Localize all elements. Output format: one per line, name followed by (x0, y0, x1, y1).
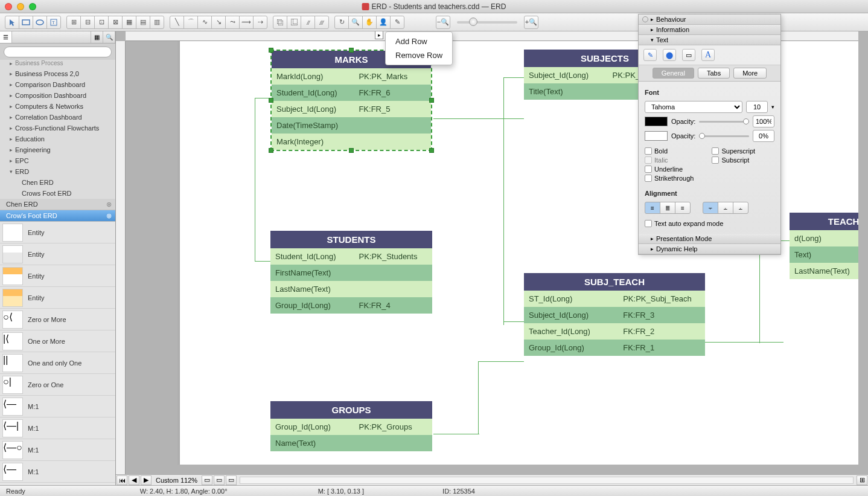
tree-item[interactable]: ▸Correlation Dashboard (0, 112, 115, 123)
text-box-icon[interactable]: ▭ (682, 49, 695, 61)
first-page-button[interactable]: ⏮ (116, 475, 127, 485)
tree-item[interactable]: ▸Comparison Dashboard (0, 79, 115, 90)
valign-mid[interactable]: ⫠ (718, 202, 733, 214)
font-a-icon[interactable]: A (701, 49, 715, 61)
minimize-window-button[interactable] (17, 3, 24, 10)
erd-table-groups[interactable]: GROUPS Group_Id(Long)PK:PK_Groups Name(T… (270, 401, 432, 451)
text-opacity-slider[interactable] (699, 121, 749, 123)
palette-entity-1[interactable]: Entity (0, 222, 115, 243)
font-name-select[interactable]: Tahoma (645, 101, 742, 113)
next-page-button[interactable]: ▶ (141, 475, 152, 485)
align-tool[interactable]: ⫽ (301, 16, 315, 29)
align-center[interactable]: ≣ (660, 202, 675, 214)
distribute-tool[interactable]: ⫻ (314, 16, 329, 29)
palette-m1-d[interactable]: ⟨—M:1 (0, 461, 115, 483)
connector-tool-2[interactable]: ⤳ (225, 16, 240, 29)
sidebar-search-input[interactable] (4, 47, 112, 57)
palette-m1-a[interactable]: ⟨—M:1 (0, 396, 115, 417)
props-presentation-mode[interactable]: ▸Presentation Mode (639, 234, 780, 244)
tree-item[interactable]: ▸Computers & Networks (0, 101, 115, 112)
tree-item-chen-erd[interactable]: Chen ERD (0, 177, 115, 188)
palette-entity-2[interactable]: Entity (0, 243, 115, 265)
close-icon[interactable]: ⊗ (106, 201, 112, 208)
tree-tool-6[interactable]: ▤ (136, 16, 150, 29)
erd-table-subj-teach[interactable]: SUBJ_TEACH ST_Id(Long)PK:PK_Subj_Teach S… (524, 273, 705, 356)
prev-page-button[interactable]: ◀ (129, 475, 139, 485)
valign-top[interactable]: ⫟ (703, 202, 718, 214)
tree-item[interactable]: ▸Engineering (0, 144, 115, 155)
align-left[interactable]: ≡ (645, 202, 660, 214)
props-section-information[interactable]: ▸Information (639, 25, 780, 35)
zoom-slider[interactable] (457, 21, 517, 24)
tree-tool-5[interactable]: ▦ (122, 16, 136, 29)
text-bg-opacity-slider[interactable] (699, 135, 749, 137)
tree-tool-7[interactable]: ▥ (150, 16, 164, 29)
zoom-window-button[interactable] (29, 3, 36, 10)
chk-strike[interactable] (645, 175, 652, 182)
pointer-tool[interactable] (5, 16, 19, 29)
palette-one-only[interactable]: ||One and only One (0, 352, 115, 374)
menu-remove-row[interactable]: Remove Row (386, 48, 452, 62)
erd-table-teachers[interactable]: TEACHERS d(Long)PK:PK_Te Text) LastName(… (790, 213, 858, 279)
props-section-behaviour[interactable]: ▸Behaviour (639, 14, 780, 25)
menu-add-row[interactable]: Add Row (386, 34, 452, 48)
layer-2-button[interactable]: ▭ (214, 475, 225, 485)
tree-item[interactable]: ▸EPC (0, 155, 115, 166)
chk-auto-expand[interactable] (645, 220, 652, 227)
zoom-out-button[interactable]: −🔍 (436, 16, 450, 29)
props-dynamic-help[interactable]: ▸Dynamic Help (639, 244, 780, 254)
text-bg-opacity-value[interactable] (753, 130, 774, 142)
text-pen-icon[interactable]: ✎ (643, 49, 657, 61)
palette-zero-more[interactable]: ○⟨Zero or More (0, 309, 115, 330)
close-icon[interactable]: ⊗ (106, 212, 112, 220)
connector-tool-3[interactable]: ⟿ (239, 16, 254, 29)
tree-item-truncated[interactable]: ▸Business Process (0, 60, 115, 68)
tree-tool-2[interactable]: ⊟ (80, 16, 95, 29)
library-tree[interactable]: ▸Business Process ▸Business Process 2,0 … (0, 60, 115, 222)
scroll-end-button[interactable]: ⊞ (857, 475, 867, 485)
group-tool[interactable]: ⿻ (273, 16, 287, 29)
zoom-level[interactable]: Custom 112% (152, 477, 201, 484)
connector-tool-4[interactable]: ⇢ (253, 16, 267, 29)
palette-entity-4[interactable]: Entity (0, 287, 115, 309)
text-bg-swatch[interactable] (645, 131, 668, 141)
connector-tool-1[interactable]: ↘ (211, 16, 226, 29)
zoom-tool[interactable]: 🔍 (348, 16, 363, 29)
props-tab-more[interactable]: More (733, 68, 767, 79)
smart-tag-icon[interactable]: ▸ (375, 31, 383, 39)
ungroup-tool[interactable]: ⿺ (287, 16, 301, 29)
sidebar-tab-grid-icon[interactable]: ▦ (91, 31, 103, 43)
close-window-button[interactable] (5, 3, 12, 10)
tree-item[interactable]: ▸Business Process 2,0 (0, 68, 115, 79)
sidebar-tab-search-icon[interactable]: 🔍 (103, 31, 115, 43)
palette-entity-3[interactable]: Entity (0, 265, 115, 287)
tree-item[interactable]: ▸Education (0, 134, 115, 144)
sidebar-tab-libraries[interactable]: ☰ (0, 31, 12, 43)
eyedropper-tool[interactable]: ✎ (390, 16, 404, 29)
chk-sub[interactable] (712, 156, 719, 164)
chk-italic[interactable] (645, 156, 652, 164)
layer-3-button[interactable]: ▭ (226, 475, 237, 485)
arc-tool[interactable]: ⌒ (183, 16, 198, 29)
erd-table-students[interactable]: STUDENTS Student_Id(Long)PK:PK_Students … (270, 231, 432, 314)
open-lib-crowfoot[interactable]: Crow's Foot ERD⊗ (0, 210, 115, 222)
text-color-swatch[interactable] (645, 117, 668, 126)
palette-m1-c[interactable]: ⟨—○M:1 (0, 439, 115, 461)
hand-tool[interactable]: ✋ (362, 16, 377, 29)
props-tab-general[interactable]: General (653, 68, 694, 79)
ellipse-tool[interactable] (33, 16, 47, 29)
open-lib-chen[interactable]: Chen ERD⊗ (0, 199, 115, 210)
tree-item-erd[interactable]: ▾ERD (0, 166, 115, 177)
palette-one-more[interactable]: |⟨One or More (0, 330, 115, 352)
tree-tool-3[interactable]: ⊡ (94, 16, 109, 29)
line-tool[interactable]: ╲ (170, 16, 184, 29)
people-tool[interactable]: 👤 (376, 16, 391, 29)
text-opacity-value[interactable] (753, 115, 774, 127)
font-size-input[interactable] (746, 101, 768, 113)
zoom-in-button[interactable]: +🔍 (524, 16, 538, 29)
chk-underline[interactable] (645, 166, 652, 173)
spline-tool[interactable]: ∿ (197, 16, 212, 29)
tree-tool-4[interactable]: ⊠ (108, 16, 123, 29)
properties-panel[interactable]: ▸Behaviour ▸Information ▾Text ✎ ⬤ ▭ A Ge… (638, 14, 781, 255)
tree-item[interactable]: ▸Cross-Functional Flowcharts (0, 123, 115, 134)
